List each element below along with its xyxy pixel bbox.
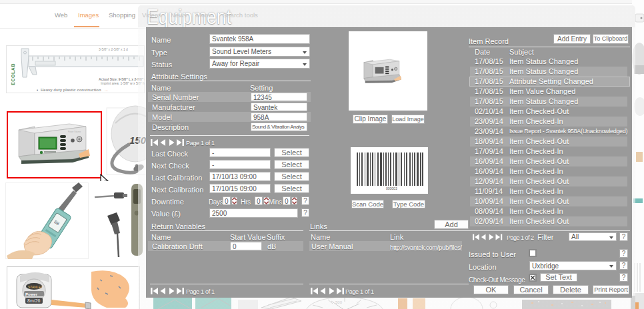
svg-text:000003: 000003 <box>386 186 397 190</box>
